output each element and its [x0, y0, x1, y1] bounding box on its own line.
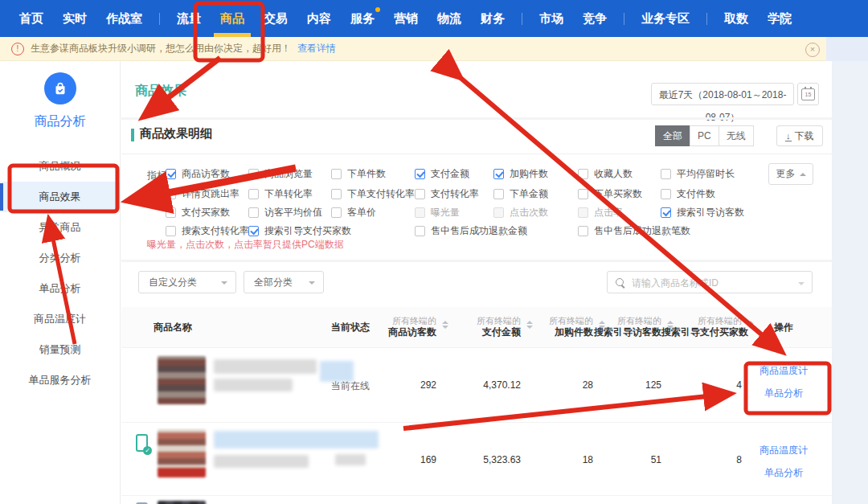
date-range-picker[interactable]: 最近7天（2018-08-01～2018-08-07） [651, 83, 794, 105]
indicator-checkbox[interactable]: 搜索引导支付买家数 [248, 224, 351, 238]
sidebar-item[interactable]: 销量预测 [0, 334, 120, 365]
metric-value: 18 [526, 454, 593, 465]
checkbox-checked[interactable] [493, 169, 504, 179]
column-header: 商品名称 [137, 307, 322, 347]
checkbox-checked[interactable] [248, 226, 259, 236]
checkbox[interactable] [415, 207, 425, 218]
indicator-checkbox[interactable]: 售中售后成功退款金额 [415, 224, 527, 238]
nav-item[interactable]: 业务专区 [641, 0, 690, 37]
indicator-checkbox[interactable]: 下单金额 [493, 187, 548, 201]
more-button[interactable]: 更多 [768, 163, 813, 185]
checkbox-checked[interactable] [415, 169, 425, 179]
blurred-product-title [214, 379, 293, 391]
checkbox-label: 平均停留时长 [677, 167, 735, 181]
nav-item[interactable]: 服务 [350, 0, 375, 37]
checkbox[interactable] [166, 207, 176, 218]
action-link-thermometer[interactable]: 商品温度计 [747, 444, 821, 457]
nav-item[interactable]: 首页 [19, 0, 43, 37]
indicator-checkbox[interactable]: 平均停留时长 [661, 167, 735, 181]
checkbox[interactable] [248, 207, 259, 218]
indicator-checkbox[interactable]: 加购件数 [493, 167, 548, 181]
indicator-checkbox[interactable]: 商品访客数 [166, 167, 230, 181]
download-button[interactable]: ↓下载 [776, 125, 823, 146]
banner-detail-link[interactable]: 查看详情 [297, 42, 336, 55]
checkbox[interactable] [331, 169, 342, 179]
checkbox[interactable] [415, 226, 425, 236]
indicator-checkbox[interactable]: 支付买家数 [166, 206, 230, 219]
checkbox[interactable] [661, 189, 671, 199]
checkbox[interactable] [578, 207, 588, 218]
banner-text: 生意参谋商品板块升级小调研，想怎么用由你决定，超好用！ [31, 42, 291, 55]
indicator-checkbox[interactable]: 搜索引导访客数 [661, 206, 744, 219]
nav-item[interactable]: 实时 [63, 0, 87, 37]
indicator-checkbox[interactable]: 详情页跳出率 [166, 187, 240, 201]
tab-active[interactable]: 全部 [655, 125, 690, 146]
calendar-button[interactable]: 15 [797, 83, 819, 105]
checkbox-checked[interactable] [661, 207, 671, 218]
indicator-checkbox[interactable]: 客单价 [331, 206, 376, 219]
nav-item[interactable]: 市场 [539, 0, 563, 37]
indicator-checkbox[interactable]: 点击次数 [493, 206, 548, 219]
nav-item[interactable]: 学院 [768, 0, 792, 37]
checkbox[interactable] [578, 189, 588, 199]
tab-device[interactable]: PC [690, 125, 719, 146]
indicator-checkbox[interactable]: 商品浏览量 [248, 167, 313, 181]
indicator-checkbox[interactable]: 下单买家数 [578, 187, 642, 201]
checkbox[interactable] [415, 189, 425, 199]
tab-device[interactable]: 无线 [719, 125, 754, 146]
indicator-checkbox[interactable]: 售中售后成功退款笔数 [578, 224, 690, 238]
sidebar-item[interactable]: 分类分析 [0, 243, 120, 273]
checkbox[interactable] [331, 189, 342, 199]
indicator-checkbox[interactable]: 访客平均价值 [248, 206, 322, 219]
sidebar-item[interactable]: 异常商品 [0, 212, 120, 243]
column-header-name: 当前状态 [322, 307, 379, 347]
checkbox[interactable] [578, 169, 588, 179]
nav-item[interactable]: 财务 [481, 0, 505, 37]
nav-item[interactable]: 取数 [724, 0, 748, 37]
nav-item[interactable]: 交易 [264, 0, 288, 37]
search-input[interactable] [630, 272, 794, 293]
indicator-checkbox[interactable]: 支付转化率 [415, 187, 479, 201]
sidebar-item[interactable]: 商品概况 [0, 151, 120, 182]
indicator-checkbox[interactable]: 支付件数 [661, 187, 715, 201]
checkbox[interactable] [248, 169, 259, 179]
nav-item[interactable]: 物流 [437, 0, 461, 37]
indicator-checkbox[interactable]: 支付金额 [415, 167, 469, 181]
sidebar-item[interactable]: 商品效果 [0, 182, 120, 212]
close-icon[interactable]: × [805, 43, 820, 57]
checkbox-checked[interactable] [166, 169, 176, 179]
checkbox[interactable] [166, 226, 176, 236]
checkbox-label: 商品访客数 [182, 167, 230, 181]
sidebar-item[interactable]: 单品分析 [0, 273, 120, 304]
all-category-select[interactable]: 全部分类 [244, 271, 324, 293]
checkbox[interactable] [166, 189, 176, 199]
nav-item[interactable]: 作战室 [106, 0, 142, 37]
indicator-checkbox[interactable]: 曝光量 [415, 206, 460, 219]
sidebar-item[interactable]: 商品温度计 [0, 304, 120, 334]
nav-item[interactable]: 流量 [177, 0, 201, 37]
checkbox[interactable] [493, 207, 504, 218]
action-link-item-analysis[interactable]: 单品分析 [747, 387, 821, 400]
indicator-checkbox[interactable]: 收藏人数 [578, 167, 633, 181]
nav-item[interactable]: 商品 [220, 0, 244, 37]
action-link-thermometer[interactable]: 商品温度计 [747, 364, 821, 378]
indicator-checkbox[interactable]: 下单支付转化率 [331, 187, 415, 201]
checkbox[interactable] [578, 226, 588, 236]
nav-item[interactable]: 内容 [307, 0, 331, 37]
indicator-checkbox[interactable]: 下单转化率 [248, 187, 313, 201]
table-header: 商品名称当前状态所有终端的商品访客数所有终端的支付金额所有终端的加购件数所有终端… [121, 307, 832, 347]
nav-item[interactable]: 竞争 [583, 0, 607, 37]
checkbox[interactable] [248, 189, 259, 199]
indicator-checkbox[interactable]: 下单件数 [331, 167, 386, 181]
notification-dot [375, 7, 380, 12]
checkbox[interactable] [331, 207, 342, 218]
indicator-checkbox[interactable]: 点击率 [578, 206, 623, 219]
custom-category-select[interactable]: 自定义分类 [138, 271, 236, 293]
sidebar-item[interactable]: 单品服务分析 [0, 365, 120, 395]
checkbox[interactable] [661, 169, 671, 179]
checkbox[interactable] [493, 189, 504, 199]
indicator-checkbox[interactable]: 搜索支付转化率 [166, 224, 249, 238]
nav-item[interactable]: 营销 [394, 0, 418, 37]
action-link-item-analysis[interactable]: 单品分析 [747, 466, 821, 480]
section-accent-bar [131, 129, 134, 141]
